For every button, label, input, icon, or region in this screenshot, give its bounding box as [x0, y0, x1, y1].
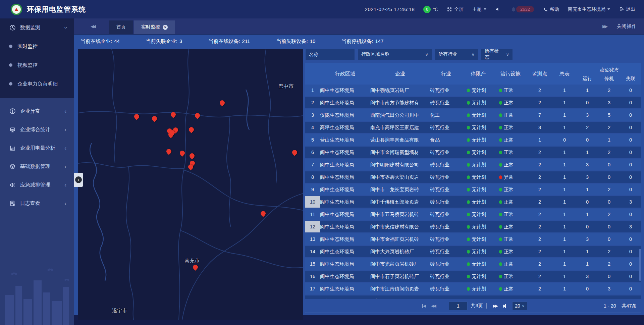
cell-running: 0: [576, 199, 598, 205]
logout-button[interactable]: 退出: [619, 6, 635, 12]
cell-stop-production: 无计划: [472, 137, 486, 143]
table-row[interactable]: 13 阆中生态环境局 阆中市金福旺页岩机砖 砖瓦行业 无计划 正常 2 1 3 …: [305, 233, 641, 245]
pagination-bar: ◀ ◀◀ 共3页 ▶▶ ▶ 20 ∨ 1 - 20共47条: [305, 299, 641, 313]
bar-chart-icon: [9, 145, 16, 151]
previous-page-button[interactable]: ◀◀: [431, 304, 435, 308]
row-index: 2: [305, 97, 320, 108]
table-row[interactable]: 12 阆中生态环境局 阆中市忠信建材有限公 砖瓦行业 无计划 正常 2 1 0 …: [305, 221, 641, 232]
sidebar-collapse-handle[interactable]: ‹: [74, 173, 83, 187]
cell-running: 1: [576, 212, 598, 217]
tab-realtime-monitoring[interactable]: 实时监控 ×: [134, 20, 175, 34]
table-row[interactable]: 14 阆中生态环境局 阆中大兴页岩机砖厂 砖瓦行业 无计划 正常 2 1 1 2…: [305, 246, 641, 257]
col-lost: 失联: [620, 76, 641, 85]
status-dot: [499, 188, 502, 192]
cell-industry: 砖瓦行业: [430, 149, 462, 156]
table-row[interactable]: 8 阆中生态环境局 阆中市枣碧大梁山页岩 砖瓦行业 无计划 异常 2 1 3 0…: [305, 171, 641, 183]
table-row[interactable]: 15 阆中生态环境局 阆中市光富页岩机砖厂 砖瓦行业 无计划 正常 2 1 1 …: [305, 258, 641, 270]
page-size-select[interactable]: 20 ∨: [512, 302, 527, 310]
table-row[interactable]: 17 阆中生态环境局 阆中市江南镇阆南页岩 砖瓦行业 无计划 正常 2 1 0 …: [305, 283, 641, 294]
double-chevron-right-icon: ▶▶: [602, 24, 606, 29]
status-dot-green: [467, 89, 470, 92]
tabs-scroll-left-button[interactable]: ◀◀: [91, 18, 95, 34]
cell-stopped: 2: [598, 88, 620, 93]
status-dot-green: [467, 188, 470, 192]
sidebar-item-video-monitoring[interactable]: 视频监控: [0, 56, 74, 74]
col-total-meter: 总表: [553, 71, 576, 77]
map-city-label: 南充市: [184, 258, 200, 264]
cell-treatment: 正常: [504, 162, 514, 168]
cell-industry: 砖瓦行业: [430, 224, 462, 230]
table-row[interactable]: 5 营山生态环境局 营山县润丰肉食品有限 食品 无计划 正常 1 0 0 1 0: [305, 134, 641, 146]
cell-stopped: 0: [598, 224, 620, 229]
table-row[interactable]: 4 高坪生态环境局 南充市高坪区王家店建 砖瓦行业 无计划 正常 3 1 2 2…: [305, 122, 641, 133]
chevron-down-icon: ∨: [522, 304, 525, 308]
table-scrollbar-thumb[interactable]: [639, 249, 641, 281]
cell-lost: 0: [620, 212, 641, 217]
sound-button[interactable]: [495, 7, 502, 12]
cell-industry: 食品: [430, 137, 462, 143]
divider: [486, 303, 487, 309]
region-select[interactable]: 行政区域名称 ∨: [358, 49, 432, 60]
chevron-down-icon: ∨: [425, 52, 428, 57]
cell-stop-production: 无计划: [472, 236, 486, 242]
next-page-button[interactable]: ▶▶: [493, 304, 497, 308]
datetime: 2021-02-25 17:46:18: [365, 6, 415, 12]
table-row[interactable]: 11 阆中生态环境局 阆中市五马桥页岩机砖 砖瓦行业 无计划 正常 2 1 1 …: [305, 209, 641, 220]
cell-total-meter: 1: [553, 212, 576, 217]
cell-stopped: 1: [598, 137, 620, 143]
cell-region: 阆中生态环境局: [320, 186, 370, 193]
page-number-input[interactable]: [449, 302, 468, 310]
table-row[interactable]: 7 阆中生态环境局 阆中明阳建材有限公司 砖瓦行业 无计划 正常 2 1 3 0…: [305, 159, 641, 170]
row-index: 9: [305, 184, 320, 195]
sidebar-item-log-view[interactable]: 日志查看 ‹: [0, 194, 74, 213]
notifications[interactable]: 2632: [511, 6, 534, 12]
sidebar-item-enterprise-statistics[interactable]: 企业综合统计 ‹: [0, 120, 74, 139]
status-select[interactable]: 所有状态 ∨: [481, 49, 513, 60]
cell-monitor-points: 2: [527, 236, 553, 242]
table-row[interactable]: 10 阆中生态环境局 阆中千佛镇五郎垭页岩 砖瓦行业 无计划 正常 2 1 0 …: [305, 196, 641, 208]
org-dropdown[interactable]: 南充市生态环境局: [568, 6, 610, 12]
col-region: 行政区域: [320, 71, 370, 77]
status-dot: [499, 126, 502, 129]
table-row[interactable]: 18 南部生态环境局 南部县驰华水泥有限公 建材加工 无计划 正常 6 0 0 …: [305, 295, 641, 299]
row-index: 14: [305, 246, 320, 257]
tabs-scroll-right-button[interactable]: ▶▶: [602, 24, 606, 29]
cell-treatment: 正常: [504, 286, 514, 292]
help-button[interactable]: 帮助: [543, 6, 559, 12]
table-row[interactable]: 6 阆中生态环境局 阆中市金博瑞新型墙材 砖瓦行业 无计划 正常 2 1 1 2…: [305, 147, 641, 158]
sidebar-item-enterprise-anomaly[interactable]: 企业异常 ‹: [0, 102, 74, 120]
theme-dropdown[interactable]: 主题: [472, 6, 486, 12]
table-row[interactable]: 9 阆中生态环境局 阆中市二龙长宝页岩砖 砖瓦行业 无计划 正常 2 1 1 2…: [305, 184, 641, 195]
table-body: 1 阆中生态环境局 阆中强锐页岩砖厂 砖瓦行业 无计划 正常 2 1 1 2 0…: [305, 85, 641, 299]
cell-total-meter: 1: [553, 224, 576, 229]
table-row[interactable]: 16 阆中生态环境局 阆中市石子页岩机砖厂 砖瓦行业 无计划 正常 2 1 3 …: [305, 271, 641, 282]
cell-treatment: 正常: [504, 224, 514, 230]
close-operations-button[interactable]: 关闭操作: [616, 23, 637, 30]
sidebar-item-data-monitoring[interactable]: 数据监测 ‹: [0, 18, 74, 37]
name-search-input[interactable]: [305, 49, 355, 60]
fullscreen-button[interactable]: 全屏: [447, 6, 464, 12]
table-row[interactable]: 3 仪陇生态环境局 西南油气田分公司川中 化工 无计划 正常 7 1 3 5 0: [305, 109, 641, 121]
sidebar-item-emergency-reduction[interactable]: 应急减排管理 ‹: [0, 176, 74, 194]
cell-total-meter: 1: [553, 162, 576, 167]
status-dot-green: [467, 126, 470, 129]
tab-close-icon[interactable]: ×: [163, 25, 168, 30]
sidebar-item-power-load-detail[interactable]: 企业电力负荷明细: [0, 74, 74, 93]
sidebar-item-base-data-management[interactable]: 基础数据管理 ‹: [0, 157, 74, 176]
sidebar-item-electricity-analysis[interactable]: 企业用电量分析 ‹: [0, 139, 74, 157]
map-view[interactable]: 巴中市南充市遂宁市: [78, 49, 303, 320]
cell-total-meter: 1: [553, 125, 576, 130]
table-row[interactable]: 2 阆中生态环境局 阆中市南方节能建材有 砖瓦行业 无计划 正常 2 1 0 3…: [305, 97, 641, 108]
industry-select[interactable]: 所有行业 ∨: [435, 49, 478, 60]
sidebar-item-realtime-monitoring[interactable]: 实时监控: [0, 37, 74, 56]
tab-home[interactable]: 首页: [109, 20, 133, 34]
table-row[interactable]: 1 阆中生态环境局 阆中强锐页岩砖厂 砖瓦行业 无计划 正常 2 1 1 2 0: [305, 85, 641, 96]
last-page-button[interactable]: ▶: [503, 304, 506, 308]
cell-monitor-points: 2: [527, 174, 553, 180]
cell-industry: 砖瓦行业: [430, 174, 462, 180]
cell-region: 阆中生态环境局: [320, 87, 370, 94]
cell-stop-production: 无计划: [472, 162, 486, 168]
tab-bar: ◀◀ 首页 实时监控 × ▶▶ 关闭操作: [74, 18, 644, 34]
first-page-button[interactable]: ◀: [422, 304, 425, 308]
cell-treatment: 正常: [504, 273, 514, 280]
